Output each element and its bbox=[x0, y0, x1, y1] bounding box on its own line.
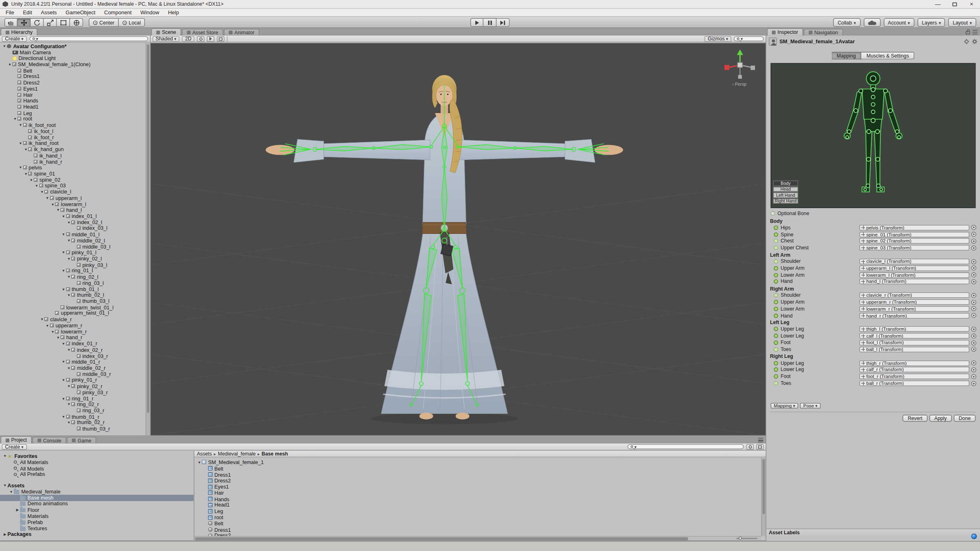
hierarchy-item[interactable]: ik_hand_l bbox=[0, 152, 146, 158]
project-area-tab[interactable]: Project bbox=[1, 436, 32, 443]
menu-item[interactable]: Help bbox=[164, 9, 183, 17]
scene-fx-icon[interactable] bbox=[217, 36, 225, 42]
mapping-menu-button[interactable]: Mapping bbox=[771, 403, 798, 409]
hierarchy-item[interactable]: index_03_l bbox=[0, 225, 146, 231]
expand-arrow[interactable] bbox=[50, 202, 55, 206]
expand-arrow[interactable] bbox=[2, 484, 7, 487]
project-folder-item[interactable]: All Materials bbox=[0, 459, 194, 465]
collab-button[interactable]: Collab bbox=[833, 18, 860, 27]
hierarchy-item[interactable]: pinky_03_l bbox=[0, 262, 146, 268]
inspector-tab[interactable]: Inspector bbox=[767, 28, 803, 36]
hierarchy-item[interactable]: ring_03_l bbox=[0, 280, 146, 286]
hierarchy-item[interactable]: Directional Light bbox=[0, 55, 146, 61]
menu-item[interactable]: GameObject bbox=[61, 9, 100, 17]
body-part-button[interactable]: Right Hand bbox=[773, 198, 798, 204]
hierarchy-item[interactable]: pinky_01_r bbox=[0, 377, 146, 383]
bone-object-field[interactable]: calf_l (Transform) bbox=[860, 333, 969, 339]
menu-item[interactable]: Edit bbox=[18, 9, 36, 17]
hierarchy-item[interactable]: ik_hand_root bbox=[0, 140, 146, 147]
expand-arrow[interactable] bbox=[9, 490, 13, 493]
activity-indicator-icon[interactable] bbox=[971, 533, 977, 539]
expand-arrow[interactable] bbox=[40, 318, 45, 321]
hierarchy-item[interactable]: index_03_r bbox=[0, 353, 146, 359]
expand-arrow[interactable] bbox=[61, 269, 66, 273]
step-button[interactable] bbox=[497, 18, 510, 27]
project-area-tab[interactable]: Console bbox=[32, 437, 66, 444]
project-file-item[interactable]: Eyes1 bbox=[194, 484, 761, 490]
scene-view-tab[interactable]: Asset Store bbox=[182, 29, 223, 36]
bone-object-field[interactable]: ball_l (Transform) bbox=[860, 347, 969, 352]
object-picker-icon[interactable] bbox=[971, 225, 976, 230]
project-file-item[interactable]: Dress2 bbox=[194, 478, 761, 484]
project-file-item[interactable]: Leg bbox=[194, 508, 761, 514]
expand-arrow[interactable] bbox=[197, 460, 202, 464]
expand-arrow[interactable] bbox=[67, 220, 71, 224]
hierarchy-item[interactable]: ring_01_r bbox=[0, 395, 146, 401]
project-folder-item[interactable]: Packages bbox=[0, 531, 194, 538]
hierarchy-item[interactable]: SM_Medieval_female_1(Clone) bbox=[0, 61, 146, 67]
horizontal-scrollbar[interactable] bbox=[195, 537, 688, 540]
object-picker-icon[interactable] bbox=[971, 333, 976, 338]
bone-object-field[interactable]: calf_r (Transform) bbox=[860, 367, 969, 373]
hierarchy-item[interactable]: Hands bbox=[0, 98, 146, 104]
object-picker-icon[interactable] bbox=[971, 367, 976, 372]
hierarchy-item[interactable]: ik_foot_r bbox=[0, 134, 146, 140]
rotate-tool-button[interactable] bbox=[31, 18, 44, 27]
hierarchy-item[interactable]: ring_02_l bbox=[0, 274, 146, 280]
scrollbar-thumb[interactable] bbox=[762, 459, 765, 514]
breadcrumb-item[interactable]: Base mesh bbox=[262, 451, 288, 457]
gear-icon[interactable] bbox=[972, 38, 978, 44]
thumbnail-zoom-slider[interactable] bbox=[736, 538, 757, 539]
layout-button[interactable]: Layout bbox=[949, 18, 976, 27]
object-picker-icon[interactable] bbox=[971, 259, 976, 264]
hierarchy-item[interactable]: thumb_02_r bbox=[0, 420, 146, 426]
object-picker-icon[interactable] bbox=[971, 340, 976, 345]
project-file-item[interactable]: Hair bbox=[194, 490, 761, 496]
scale-tool-button[interactable] bbox=[44, 18, 57, 27]
bone-object-field[interactable]: hand_r (Transform) bbox=[860, 313, 969, 318]
menu-item[interactable]: File bbox=[1, 9, 18, 17]
expand-arrow[interactable] bbox=[13, 117, 18, 121]
bone-object-field[interactable]: ball_r (Transform) bbox=[860, 380, 969, 386]
expand-arrow[interactable] bbox=[40, 190, 45, 193]
cloud-button[interactable] bbox=[864, 18, 880, 27]
avatar-mode-tab[interactable]: Muscles & Settings bbox=[862, 52, 915, 59]
hierarchy-item[interactable]: middle_01_l bbox=[0, 231, 146, 238]
play-button[interactable] bbox=[470, 18, 483, 27]
hierarchy-item[interactable]: ring_03_r bbox=[0, 407, 146, 413]
bone-object-field[interactable]: foot_r (Transform) bbox=[860, 374, 969, 380]
object-picker-icon[interactable] bbox=[971, 347, 976, 352]
create-button[interactable]: Create bbox=[2, 444, 27, 449]
body-part-button[interactable]: Body bbox=[773, 180, 798, 186]
object-picker-icon[interactable] bbox=[971, 374, 976, 379]
scene-lighting-icon[interactable] bbox=[197, 36, 205, 42]
account-button[interactable]: Account bbox=[884, 18, 915, 27]
expand-arrow[interactable] bbox=[23, 147, 28, 151]
project-folder-item[interactable]: All Prefabs bbox=[0, 471, 194, 478]
project-file-item[interactable]: root bbox=[194, 514, 761, 520]
expand-arrow[interactable] bbox=[61, 378, 66, 382]
body-part-button[interactable]: Left Hand bbox=[773, 192, 798, 198]
create-button[interactable]: Create bbox=[2, 36, 27, 42]
project-area-tab[interactable]: Game bbox=[67, 437, 96, 444]
project-file-item[interactable]: Hands bbox=[194, 496, 761, 502]
tab-hierarchy[interactable]: Hierarchy bbox=[1, 28, 38, 36]
object-picker-icon[interactable] bbox=[971, 313, 976, 318]
hierarchy-item[interactable]: spine_01 bbox=[0, 171, 146, 177]
expand-arrow[interactable] bbox=[18, 141, 23, 145]
hierarchy-item[interactable]: ik_foot_root bbox=[0, 122, 146, 128]
hierarchy-item[interactable]: Main Camera bbox=[0, 49, 146, 55]
project-folder-item[interactable]: Floor bbox=[0, 507, 194, 513]
expand-arrow[interactable] bbox=[2, 533, 7, 536]
hierarchy-item[interactable]: clavicle_r bbox=[0, 316, 146, 322]
asset-labels-header[interactable]: Asset Labels bbox=[766, 529, 980, 536]
2d-toggle-button[interactable]: 2D bbox=[182, 36, 195, 42]
bone-object-field[interactable]: hand_l (Transform) bbox=[860, 279, 969, 284]
revert-button[interactable]: Revert bbox=[903, 415, 928, 422]
project-file-item[interactable]: Belt bbox=[194, 520, 761, 527]
scene-orientation-gizmo[interactable] bbox=[723, 48, 757, 82]
hierarchy-item[interactable]: pinky_01_l bbox=[0, 249, 146, 256]
hierarchy-item[interactable]: index_02_r bbox=[0, 347, 146, 353]
bone-object-field[interactable]: thigh_r (Transform) bbox=[860, 360, 969, 366]
layers-button[interactable]: Layers bbox=[918, 18, 945, 27]
